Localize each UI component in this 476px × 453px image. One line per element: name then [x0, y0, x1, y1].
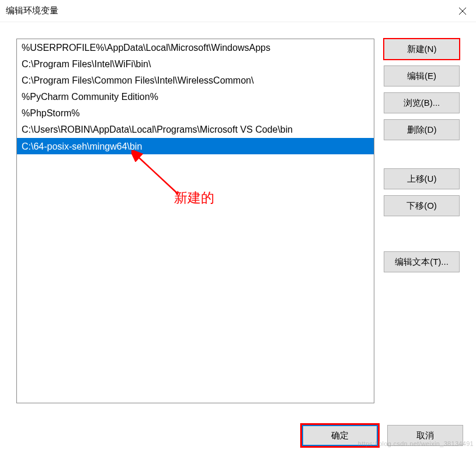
- list-item[interactable]: C:\Program Files\Common Files\Intel\Wire…: [17, 72, 374, 88]
- delete-button[interactable]: 删除(D): [384, 119, 460, 140]
- list-item[interactable]: %PhpStorm%: [17, 105, 374, 122]
- titlebar: 编辑环境变量: [0, 0, 476, 22]
- window-title: 编辑环境变量: [6, 5, 58, 16]
- ok-button[interactable]: 确定: [302, 425, 378, 446]
- edit-button[interactable]: 编辑(E): [384, 65, 460, 87]
- side-buttons: 新建(N) 编辑(E) 浏览(B)... 删除(D) 上移(U) 下移(O) 编…: [384, 39, 460, 403]
- list-item[interactable]: C:\64-posix-seh\mingw64\bin: [17, 138, 374, 154]
- content-area: %USERPROFILE%\AppData\Local\Microsoft\Wi…: [0, 22, 476, 413]
- footer-buttons: 确定 取消: [302, 425, 463, 446]
- cancel-button[interactable]: 取消: [387, 425, 463, 446]
- list-item[interactable]: C:\Users\ROBIN\AppData\Local\Programs\Mi…: [17, 122, 374, 138]
- list-item[interactable]: %PyCharm Community Edition%: [17, 89, 374, 105]
- close-button[interactable]: [449, 0, 476, 22]
- new-button[interactable]: 新建(N): [384, 39, 460, 60]
- edittext-button[interactable]: 编辑文本(T)...: [384, 251, 460, 272]
- browse-button[interactable]: 浏览(B)...: [384, 92, 460, 113]
- list-item[interactable]: C:\Program Files\Intel\WiFi\bin\: [17, 56, 374, 72]
- list-item[interactable]: %USERPROFILE%\AppData\Local\Microsoft\Wi…: [17, 39, 374, 56]
- close-icon: [458, 7, 467, 15]
- movedown-button[interactable]: 下移(O): [384, 195, 460, 216]
- moveup-button[interactable]: 上移(U): [384, 168, 460, 189]
- path-listbox[interactable]: %USERPROFILE%\AppData\Local\Microsoft\Wi…: [16, 39, 374, 403]
